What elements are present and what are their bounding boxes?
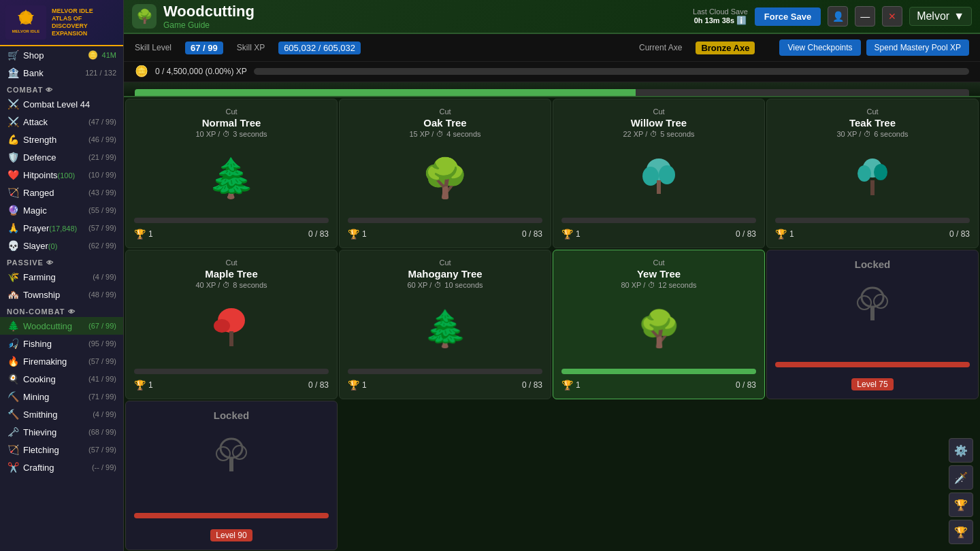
maple-tree-mastery-xp: 0 / 83 bbox=[308, 380, 329, 390]
sidebar-item-defence[interactable]: 🛡️ Defence (21 / 99) bbox=[0, 148, 123, 166]
oak-tree-card[interactable]: Cut Oak Tree 15 XP / ⏱ 4 seconds 🌳 🏆 1 0… bbox=[339, 99, 551, 248]
sidebar-item-smithing[interactable]: 🔨 Smithing (4 / 99) bbox=[0, 405, 123, 423]
mining-label: Mining bbox=[23, 392, 84, 402]
skill-axe-badge: Bronze Axe bbox=[696, 41, 755, 54]
sidebar-item-crafting[interactable]: ✂️ Crafting (-- / 99) bbox=[0, 458, 123, 476]
sidebar-item-magic[interactable]: 🔮 Magic (55 / 99) bbox=[0, 201, 123, 219]
topbar-subtitle[interactable]: Game Guide bbox=[163, 20, 255, 30]
hitpoints-count: (10 / 99) bbox=[88, 171, 116, 179]
fishing-label: Fishing bbox=[23, 339, 84, 349]
sidebar-item-attack[interactable]: ⚔️ Attack (47 / 99) bbox=[0, 113, 123, 131]
achievement-button-2[interactable]: 🏆 bbox=[949, 520, 973, 544]
locked-tree-1-level: Level 75 bbox=[851, 378, 893, 390]
activity-section: 🪵 1 🏆 5 XP 80 🏆 1 bbox=[124, 82, 980, 97]
teak-tree-mastery-xp: 0 / 83 bbox=[949, 229, 970, 239]
sidebar-header: MELVOR IDLE MELVOR IDLE ATLAS OF DISCOVE… bbox=[0, 0, 123, 46]
normal-tree-trophy-icon: 🏆 bbox=[134, 229, 146, 239]
sidebar-item-bank[interactable]: 🏦 Bank 121 / 132 bbox=[0, 64, 123, 82]
notifications-button[interactable]: 👤 bbox=[828, 6, 848, 27]
sidebar-item-firemaking[interactable]: 🔥 Firemaking (57 / 99) bbox=[0, 352, 123, 370]
skill-xp-label: Skill XP bbox=[237, 43, 265, 52]
profile-button[interactable]: Melvor ▼ bbox=[909, 7, 972, 26]
topbar-title: Woodcutting bbox=[163, 3, 255, 20]
settings-gear-button[interactable]: ⚙️ bbox=[949, 438, 973, 463]
xp-progress-bar bbox=[254, 68, 969, 75]
fletching-count: (57 / 99) bbox=[88, 446, 116, 454]
defence-count: (21 / 99) bbox=[88, 153, 116, 161]
locked-tree-1-label: Locked bbox=[855, 258, 891, 270]
sidebar-item-farming[interactable]: 🌾 Farming (4 / 99) bbox=[0, 268, 123, 286]
combat-button[interactable]: 🗡️ bbox=[949, 465, 973, 490]
oak-tree-name: Oak Tree bbox=[423, 117, 466, 129]
teak-tree-card[interactable]: Cut Teak Tree 30 XP / ⏱ 6 seconds 🏆 1 0 … bbox=[766, 99, 979, 248]
teak-tree-mastery: 🏆 1 0 / 83 bbox=[775, 229, 970, 239]
smithing-icon: 🔨 bbox=[7, 408, 19, 420]
willow-tree-card[interactable]: Cut Willow Tree 22 XP / ⏱ 5 seconds 🏆 1 … bbox=[553, 99, 765, 248]
sidebar-item-ranged[interactable]: 🏹 Ranged (43 / 99) bbox=[0, 184, 123, 201]
sidebar-item-mining[interactable]: ⛏️ Mining (71 / 99) bbox=[0, 388, 123, 405]
fishing-icon: 🎣 bbox=[7, 337, 19, 350]
view-checkpoints-button[interactable]: View Checkpoints bbox=[779, 39, 860, 56]
close-button[interactable]: ✕ bbox=[882, 6, 902, 27]
strength-icon: 💪 bbox=[7, 133, 19, 146]
sidebar-item-thieving[interactable]: 🗝️ Thieving (68 / 99) bbox=[0, 423, 123, 441]
sidebar-logo-text: MELVOR IDLE ATLAS OF DISCOVERY EXPANSION bbox=[52, 7, 118, 37]
yew-tree-progress bbox=[561, 369, 756, 374]
cloud-info-icon[interactable]: ℹ️ bbox=[736, 16, 747, 25]
skill-axe-label: Current Axe bbox=[639, 43, 682, 52]
svg-rect-7 bbox=[657, 180, 661, 194]
bank-label: Bank bbox=[23, 68, 81, 78]
yew-tree-mastery-level: 1 bbox=[576, 380, 581, 390]
sidebar-item-combat-level[interactable]: ⚔️ Combat Level 44 bbox=[0, 95, 123, 113]
oak-tree-trophy-icon: 🏆 bbox=[348, 229, 359, 239]
oak-tree-progress bbox=[348, 218, 542, 223]
willow-tree-action: Cut bbox=[653, 107, 664, 116]
spend-mastery-button[interactable]: Spend Mastery Pool XP bbox=[866, 39, 969, 56]
bank-icon: 🏦 bbox=[7, 67, 19, 79]
oak-tree-mastery: 🏆 1 0 / 83 bbox=[348, 229, 542, 239]
slayer-label: Slayer(0) bbox=[23, 241, 84, 251]
sidebar-item-prayer[interactable]: 🙏 Prayer(17,848) (57 / 99) bbox=[0, 219, 123, 237]
ranged-label: Ranged bbox=[23, 188, 84, 198]
sidebar-item-cooking[interactable]: 🍳 Cooking (41 / 99) bbox=[0, 370, 123, 388]
yew-tree-card[interactable]: Cut Yew Tree 80 XP / ⏱ 12 seconds 🌳 🏆 1 … bbox=[553, 250, 765, 399]
svg-point-5 bbox=[642, 167, 659, 186]
passive-visibility-icon[interactable]: 👁 bbox=[46, 259, 54, 267]
sidebar-item-fishing[interactable]: 🎣 Fishing (95 / 99) bbox=[0, 335, 123, 352]
svg-rect-18 bbox=[870, 307, 875, 320]
force-save-button[interactable]: Force Save bbox=[755, 7, 821, 26]
svg-rect-14 bbox=[229, 331, 233, 346]
noncombat-visibility-icon[interactable]: 👁 bbox=[68, 308, 76, 316]
topbar-skill-icon: 🌳 bbox=[132, 4, 157, 29]
maple-tree-card[interactable]: Cut Maple Tree 40 XP / ⏱ 8 seconds 🏆 1 0… bbox=[125, 250, 338, 399]
sidebar-item-township[interactable]: 🏘️ Township (48 / 99) bbox=[0, 286, 123, 303]
sidebar-item-fletching[interactable]: 🏹 Fletching (57 / 99) bbox=[0, 441, 123, 458]
sidebar: MELVOR IDLE MELVOR IDLE ATLAS OF DISCOVE… bbox=[0, 0, 124, 551]
teak-tree-trophy-icon: 🏆 bbox=[775, 229, 787, 239]
woodcutting-label: Woodcutting bbox=[23, 321, 84, 331]
combat-visibility-icon[interactable]: 👁 bbox=[46, 86, 53, 94]
sidebar-item-hitpoints[interactable]: ❤️ Hitpoints(100) (10 / 99) bbox=[0, 166, 123, 184]
sidebar-item-shop[interactable]: 🛒 Shop 🪙 41M bbox=[0, 46, 123, 64]
shop-count: 41M bbox=[102, 51, 116, 59]
settings-button[interactable]: — bbox=[855, 6, 875, 27]
fishing-count: (95 / 99) bbox=[88, 339, 116, 348]
achievement-button-1[interactable]: 🏆 bbox=[949, 492, 973, 517]
skill-level-label: Skill Level bbox=[135, 43, 172, 52]
combat-label: COMBAT bbox=[7, 86, 43, 94]
normal-tree-mastery-level: 1 bbox=[148, 229, 153, 239]
mahogany-tree-card[interactable]: Cut Mahogany Tree 60 XP / ⏱ 10 seconds 🌲… bbox=[339, 250, 551, 399]
normal-tree-card[interactable]: Cut Normal Tree 10 XP / ⏱ 3 seconds 🌲 🏆 … bbox=[125, 99, 338, 248]
attack-label: Attack bbox=[23, 117, 84, 127]
slayer-icon: 💀 bbox=[7, 239, 19, 252]
locked-tree-2-progress bbox=[134, 513, 329, 518]
mahogany-tree-mastery: 🏆 1 0 / 83 bbox=[348, 380, 542, 390]
sidebar-item-woodcutting[interactable]: 🌲 Woodcutting (67 / 99) bbox=[0, 317, 123, 335]
township-label: Township bbox=[23, 290, 84, 300]
normal-tree-action: Cut bbox=[225, 107, 237, 116]
sidebar-item-slayer[interactable]: 💀 Slayer(0) (62 / 99) bbox=[0, 237, 123, 254]
willow-tree-progress bbox=[561, 218, 756, 223]
maple-tree-mastery-level: 1 bbox=[148, 380, 153, 390]
thieving-label: Thieving bbox=[23, 427, 84, 437]
sidebar-item-strength[interactable]: 💪 Strength (46 / 99) bbox=[0, 131, 123, 148]
